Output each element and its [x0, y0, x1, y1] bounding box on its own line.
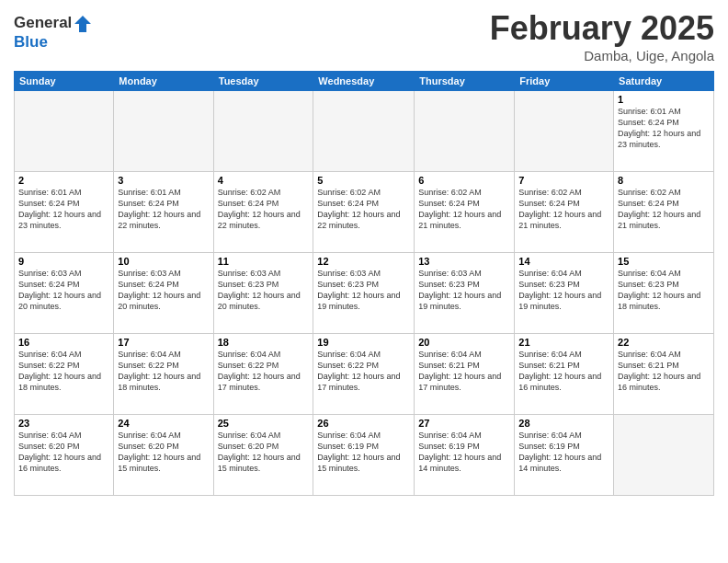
logo-text: General [14, 14, 93, 34]
calendar-cell: 27Sunrise: 6:04 AM Sunset: 6:19 PM Dayli… [415, 415, 515, 496]
day-number: 9 [18, 256, 109, 267]
title-block: February 2025 Damba, Uige, Angola [490, 9, 714, 63]
day-number: 24 [118, 418, 209, 429]
day-number: 16 [18, 337, 109, 348]
day-info: Sunrise: 6:03 AM Sunset: 6:23 PM Dayligh… [218, 268, 310, 313]
day-info: Sunrise: 6:04 AM Sunset: 6:23 PM Dayligh… [618, 268, 710, 313]
day-info: Sunrise: 6:01 AM Sunset: 6:24 PM Dayligh… [18, 187, 109, 232]
day-info: Sunrise: 6:03 AM Sunset: 6:24 PM Dayligh… [18, 268, 109, 313]
day-number: 25 [218, 418, 310, 429]
day-info: Sunrise: 6:04 AM Sunset: 6:22 PM Dayligh… [18, 349, 109, 394]
day-info: Sunrise: 6:03 AM Sunset: 6:24 PM Dayligh… [118, 268, 209, 313]
day-number: 27 [418, 418, 510, 429]
day-number: 15 [618, 256, 710, 267]
day-number: 14 [518, 256, 609, 267]
day-number: 22 [618, 337, 710, 348]
calendar-cell: 13Sunrise: 6:03 AM Sunset: 6:23 PM Dayli… [415, 253, 515, 334]
weekday-header-monday: Monday [114, 72, 213, 91]
svg-marker-0 [74, 16, 91, 32]
day-info: Sunrise: 6:02 AM Sunset: 6:24 PM Dayligh… [218, 187, 310, 232]
calendar-cell [213, 91, 313, 172]
day-info: Sunrise: 6:04 AM Sunset: 6:21 PM Dayligh… [418, 349, 510, 394]
calendar-cell: 11Sunrise: 6:03 AM Sunset: 6:23 PM Dayli… [213, 253, 313, 334]
calendar-cell [515, 91, 614, 172]
calendar-cell: 18Sunrise: 6:04 AM Sunset: 6:22 PM Dayli… [213, 334, 313, 415]
day-number: 3 [118, 175, 209, 186]
calendar-cell: 17Sunrise: 6:04 AM Sunset: 6:22 PM Dayli… [114, 334, 213, 415]
logo-icon [73, 14, 93, 34]
day-number: 4 [218, 175, 310, 186]
day-info: Sunrise: 6:02 AM Sunset: 6:24 PM Dayligh… [418, 187, 510, 232]
day-number: 7 [518, 175, 609, 186]
calendar-cell: 6Sunrise: 6:02 AM Sunset: 6:24 PM Daylig… [415, 172, 515, 253]
calendar: SundayMondayTuesdayWednesdayThursdayFrid… [14, 71, 714, 496]
calendar-cell: 19Sunrise: 6:04 AM Sunset: 6:22 PM Dayli… [313, 334, 415, 415]
calendar-cell: 10Sunrise: 6:03 AM Sunset: 6:24 PM Dayli… [114, 253, 213, 334]
logo-blue: Blue [14, 34, 93, 52]
calendar-cell: 3Sunrise: 6:01 AM Sunset: 6:24 PM Daylig… [114, 172, 213, 253]
day-info: Sunrise: 6:04 AM Sunset: 6:22 PM Dayligh… [317, 349, 410, 394]
day-number: 26 [317, 418, 410, 429]
calendar-cell: 2Sunrise: 6:01 AM Sunset: 6:24 PM Daylig… [15, 172, 114, 253]
calendar-cell: 26Sunrise: 6:04 AM Sunset: 6:19 PM Dayli… [313, 415, 415, 496]
day-info: Sunrise: 6:04 AM Sunset: 6:21 PM Dayligh… [618, 349, 710, 394]
day-info: Sunrise: 6:04 AM Sunset: 6:19 PM Dayligh… [317, 430, 410, 475]
day-number: 8 [618, 175, 710, 186]
day-number: 28 [518, 418, 609, 429]
calendar-cell [313, 91, 415, 172]
weekday-header-tuesday: Tuesday [213, 72, 313, 91]
calendar-cell: 22Sunrise: 6:04 AM Sunset: 6:21 PM Dayli… [614, 334, 714, 415]
day-number: 10 [118, 256, 209, 267]
location-title: Damba, Uige, Angola [490, 48, 714, 63]
logo: General Blue [14, 14, 93, 52]
day-info: Sunrise: 6:04 AM Sunset: 6:19 PM Dayligh… [518, 430, 609, 475]
day-info: Sunrise: 6:02 AM Sunset: 6:24 PM Dayligh… [518, 187, 609, 232]
weekday-header-friday: Friday [515, 72, 614, 91]
weekday-header-sunday: Sunday [15, 72, 114, 91]
day-number: 20 [418, 337, 510, 348]
calendar-cell: 16Sunrise: 6:04 AM Sunset: 6:22 PM Dayli… [15, 334, 114, 415]
calendar-cell: 1Sunrise: 6:01 AM Sunset: 6:24 PM Daylig… [614, 91, 714, 172]
day-info: Sunrise: 6:04 AM Sunset: 6:23 PM Dayligh… [518, 268, 609, 313]
calendar-cell: 4Sunrise: 6:02 AM Sunset: 6:24 PM Daylig… [213, 172, 313, 253]
day-info: Sunrise: 6:02 AM Sunset: 6:24 PM Dayligh… [618, 187, 710, 232]
day-number: 23 [18, 418, 109, 429]
calendar-cell [614, 415, 714, 496]
day-info: Sunrise: 6:04 AM Sunset: 6:22 PM Dayligh… [218, 349, 310, 394]
month-title: February 2025 [490, 9, 714, 48]
day-info: Sunrise: 6:04 AM Sunset: 6:19 PM Dayligh… [418, 430, 510, 475]
calendar-cell: 23Sunrise: 6:04 AM Sunset: 6:20 PM Dayli… [15, 415, 114, 496]
day-number: 6 [418, 175, 510, 186]
calendar-cell [15, 91, 114, 172]
day-info: Sunrise: 6:04 AM Sunset: 6:20 PM Dayligh… [118, 430, 209, 475]
weekday-header-thursday: Thursday [415, 72, 515, 91]
calendar-cell: 24Sunrise: 6:04 AM Sunset: 6:20 PM Dayli… [114, 415, 213, 496]
day-info: Sunrise: 6:04 AM Sunset: 6:20 PM Dayligh… [18, 430, 109, 475]
calendar-cell: 21Sunrise: 6:04 AM Sunset: 6:21 PM Dayli… [515, 334, 614, 415]
calendar-cell: 20Sunrise: 6:04 AM Sunset: 6:21 PM Dayli… [415, 334, 515, 415]
day-number: 19 [317, 337, 410, 348]
day-number: 13 [418, 256, 510, 267]
day-info: Sunrise: 6:04 AM Sunset: 6:22 PM Dayligh… [118, 349, 209, 394]
calendar-cell: 28Sunrise: 6:04 AM Sunset: 6:19 PM Dayli… [515, 415, 614, 496]
calendar-cell: 14Sunrise: 6:04 AM Sunset: 6:23 PM Dayli… [515, 253, 614, 334]
day-number: 12 [317, 256, 410, 267]
day-info: Sunrise: 6:01 AM Sunset: 6:24 PM Dayligh… [618, 106, 710, 151]
day-info: Sunrise: 6:03 AM Sunset: 6:23 PM Dayligh… [317, 268, 410, 313]
day-info: Sunrise: 6:04 AM Sunset: 6:21 PM Dayligh… [518, 349, 609, 394]
calendar-cell [114, 91, 213, 172]
calendar-cell: 5Sunrise: 6:02 AM Sunset: 6:24 PM Daylig… [313, 172, 415, 253]
day-info: Sunrise: 6:04 AM Sunset: 6:20 PM Dayligh… [218, 430, 310, 475]
day-number: 18 [218, 337, 310, 348]
calendar-cell: 8Sunrise: 6:02 AM Sunset: 6:24 PM Daylig… [614, 172, 714, 253]
calendar-cell: 12Sunrise: 6:03 AM Sunset: 6:23 PM Dayli… [313, 253, 415, 334]
day-number: 2 [18, 175, 109, 186]
day-info: Sunrise: 6:01 AM Sunset: 6:24 PM Dayligh… [118, 187, 209, 232]
calendar-cell: 25Sunrise: 6:04 AM Sunset: 6:20 PM Dayli… [213, 415, 313, 496]
weekday-header-saturday: Saturday [614, 72, 714, 91]
calendar-cell [415, 91, 515, 172]
day-number: 21 [518, 337, 609, 348]
day-info: Sunrise: 6:03 AM Sunset: 6:23 PM Dayligh… [418, 268, 510, 313]
day-info: Sunrise: 6:02 AM Sunset: 6:24 PM Dayligh… [317, 187, 410, 232]
calendar-cell: 15Sunrise: 6:04 AM Sunset: 6:23 PM Dayli… [614, 253, 714, 334]
